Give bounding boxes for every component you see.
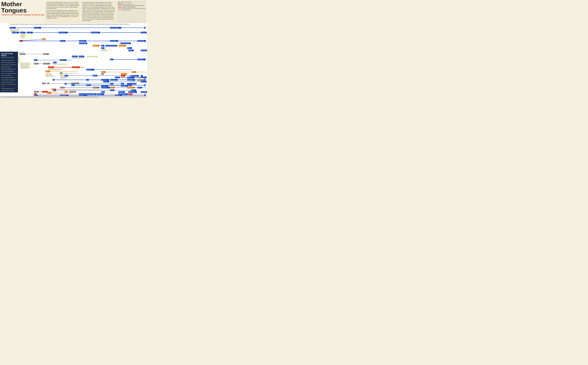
key-protected-label: Protected: taught at universities; compi… <box>122 5 144 6</box>
svg-text:Python: Python <box>115 77 118 78</box>
survival-item-4: Offers a modicum of elegance Icon (has f… <box>1 76 17 81</box>
svg-text:ISO C (C95): ISO C (C95) <box>127 79 132 80</box>
key-lineage-label: Lineage continues <box>122 9 130 10</box>
svg-text:JScript: JScript <box>129 77 132 78</box>
svg-text:Logo: Logo <box>42 39 44 40</box>
svg-text:Tcl/Tk 8.1: Tcl/Tk 8.1 <box>141 81 145 82</box>
key-protected-line <box>118 5 122 6</box>
svg-text:Logique for natural-: Logique for natural- <box>46 74 52 75</box>
year-1974: 1974 <box>59 23 62 25</box>
year-1959: 1959 <box>22 23 25 25</box>
year-1972: 1972 <box>54 23 57 25</box>
svg-text:Java: Java <box>110 59 112 60</box>
survival-item-6: Has a charismatic leader Perl (programme… <box>1 87 17 91</box>
key-active-line <box>118 4 122 4</box>
svg-text:procedural, programming.: procedural, programming. <box>21 66 29 67</box>
svg-text:Oberon: Oberon <box>110 87 113 88</box>
page-wrapper: MotherTongues Tracing the roots of compu… <box>0 0 147 98</box>
key-title-row: Key 1954 Year Introduced <box>118 2 145 3</box>
svg-text:Programming en: Programming en <box>46 73 51 74</box>
svg-text:Fortran 90 ISO/IEC: Fortran 90 ISO/IEC <box>110 27 119 28</box>
svg-text:Python 1.6: Python 1.6 <box>141 77 146 78</box>
survival-item-3: Fills a niche Mathematica (speeds up com… <box>1 72 17 76</box>
svg-text:Snobol4: Snobol4 <box>42 91 46 92</box>
svg-text:APL: APL <box>34 94 36 95</box>
survival-item-1: Gets a job done Cobol (designed for busi… <box>1 63 17 68</box>
svg-text:ANSI C (C89): ANSI C (C89) <box>110 79 115 80</box>
svg-text:Originally B-O,: Originally B-O, <box>21 34 26 35</box>
key-protected-item: Protected: taught at universities; compi… <box>118 5 145 6</box>
year-1954: 1954 <box>10 23 12 25</box>
svg-text:Object Rexx: Object Rexx <box>141 50 147 51</box>
desc-para-3: Code-raker Grady Booch, Rational Softwar… <box>82 2 115 21</box>
year-1971: 1971 <box>52 23 55 25</box>
key-endangered-label: Endangered: usage dropping off <box>122 7 136 7</box>
year-1958: 1958 <box>20 23 22 25</box>
year-1962: 1962 <box>29 23 32 25</box>
svg-line-34 <box>19 39 42 41</box>
survival-subtitle: Reasons a language endures, with example… <box>1 57 17 58</box>
year-1996: 1996 <box>114 23 117 25</box>
svg-text:The first language to show off: The first language to show off the power… <box>48 69 62 69</box>
svg-text:Fortran IV: Fortran IV <box>34 27 39 28</box>
key-year: 1954 <box>121 2 124 3</box>
svg-text:PL/M: PL/M <box>54 62 56 63</box>
svg-text:Simula 67: Simula 67 <box>43 63 48 64</box>
year-1975: 1975 <box>62 23 64 25</box>
svg-text:Simula: Simula <box>34 63 37 64</box>
survival-reason-3: Fills a niche <box>1 73 7 74</box>
year-1980: 1980 <box>74 23 77 25</box>
svg-text:Categorical Abstract Machine L: Categorical Abstract Machine Language <box>79 94 95 95</box>
key-endangered-line <box>118 7 122 7</box>
description-block-2: Code-raker Grady Booch, Rational Softwar… <box>82 1 116 23</box>
year-1990: 1990 <box>99 23 102 25</box>
svg-text:Rex 2.00: Rex 2.00 <box>79 56 83 57</box>
svg-text:Once one of the most widely: Once one of the most widely <box>10 29 19 30</box>
svg-text:Fortran: Fortran <box>10 27 13 28</box>
svg-text:Clos: Clos <box>101 45 103 46</box>
key-extinct-label: Extinct: no known active users or up-to-… <box>122 8 145 9</box>
year-1999: 1999 <box>122 23 124 25</box>
svg-text:Flow-Magic: Flow-Magic <box>12 32 17 33</box>
svg-text:Perl 4.000: Perl 4.000 <box>121 85 126 86</box>
svg-text:and Ole-Johan Dahl.: and Ole-Johan Dahl. <box>21 68 27 69</box>
key-heading: Key <box>118 2 120 3</box>
svg-text:Ruby: Ruby <box>121 75 124 77</box>
svg-text:Object Pascal: Object Pascal <box>101 87 107 88</box>
svg-text:AWK: AWK <box>65 75 67 76</box>
year-1965: 1965 <box>37 23 40 25</box>
svg-text:Caml: Caml <box>101 91 104 93</box>
key-year-sub: Year Introduced <box>125 2 131 3</box>
year-1979: 1979 <box>72 23 74 25</box>
svg-text:sh: sh <box>65 83 66 84</box>
desc-para-1: Just like half of the world's spoken ton… <box>46 2 79 9</box>
svg-text:Self: Self <box>101 48 103 49</box>
year-1960: 1960 <box>25 23 27 25</box>
svg-text:created to teach rigid: created to teach rigid <box>60 77 67 78</box>
svg-text:Frame-based language: Frame-based language <box>127 84 136 84</box>
svg-text:Common Lisp Object System: Common Lisp Object System <box>106 45 117 46</box>
svg-text:ML: ML <box>54 90 55 91</box>
svg-text:Smalltalk: Smalltalk <box>48 67 52 68</box>
survival-item-5: Has a powerful user base or backer C# (d… <box>1 81 17 87</box>
key-active-item: Active: thousands of users <box>118 4 145 5</box>
year-2000: 2000 <box>124 23 127 25</box>
key-extinct-line <box>118 8 122 9</box>
description-block: Just like half of the world's spoken ton… <box>46 1 80 23</box>
svg-text:ADA 83: ADA 83 <box>86 85 90 86</box>
svg-text:C#: C# <box>141 75 142 77</box>
year-1976: 1976 <box>64 23 67 25</box>
sources-bar: Sources: Paul Boutin; Brent Halpern, ass… <box>0 96 147 98</box>
svg-text:OO Cobol: OO Cobol <box>141 32 145 33</box>
svg-text:Conceived by Kristen Nygaard: Conceived by Kristen Nygaard <box>21 67 30 68</box>
svg-text:oriented language.: oriented language. <box>101 50 107 51</box>
svg-text:Concurrent C: Concurrent C <box>101 79 107 80</box>
year-1956: 1956 <box>14 23 17 25</box>
svg-text:Java 2(v1.3): Java 2(v1.3) <box>138 59 143 60</box>
svg-text:Sather 0.1: Sather 0.1 <box>121 74 125 75</box>
year-1997: 1997 <box>117 23 119 25</box>
survival-reason-0: Appeals to a wide audience <box>1 60 14 61</box>
svg-text:Cobol 61: Cobol 61 <box>27 32 31 33</box>
svg-text:Haskell 1.1: Haskell 1.1 <box>119 45 124 46</box>
svg-text:Common Lisp: Common Lisp <box>79 43 85 44</box>
